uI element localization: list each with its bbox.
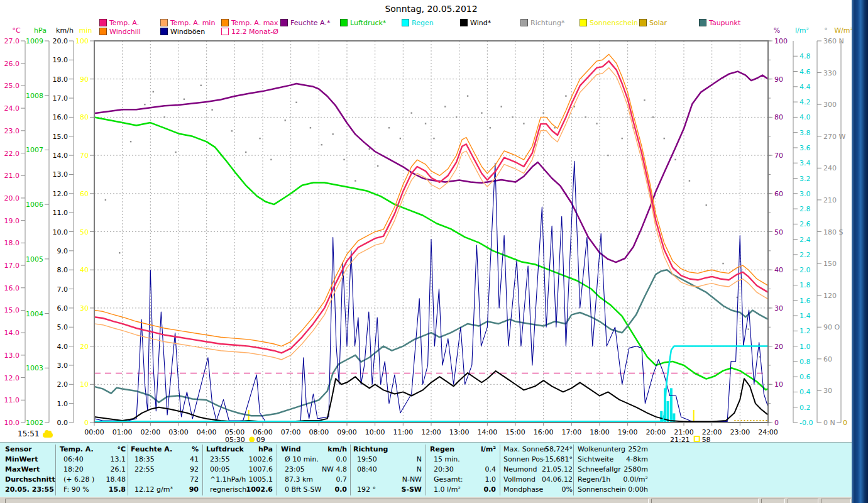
svg-text:1.8: 1.8 [799, 281, 811, 289]
svg-text:270 W: 270 W [823, 133, 845, 141]
svg-text:180 S: 180 S [823, 228, 843, 236]
weather-app-window: Sonntag, 20.05.2012 Temp. A. Temp. A. mi… [0, 0, 868, 503]
svg-text:0 N: 0 N [823, 419, 835, 427]
svg-text:18.0: 18.0 [4, 239, 20, 247]
svg-text:70: 70 [80, 152, 89, 160]
svg-text:2.8: 2.8 [799, 205, 811, 213]
cell-rain-3-b: 0.0 [430, 485, 496, 494]
svg-text:16:00: 16:00 [534, 428, 554, 436]
svg-text:02:00: 02:00 [140, 428, 160, 436]
svg-text:3.0: 3.0 [799, 190, 811, 198]
cell-direction-2-b: N-NW [353, 475, 422, 484]
svg-text:120: 120 [823, 292, 837, 300]
axis-solar: 0W/m² [834, 26, 853, 427]
svg-text:°: ° [824, 26, 828, 35]
svg-text:12.0: 12.0 [4, 374, 20, 382]
svg-text:18:00: 18:00 [590, 428, 610, 436]
svg-text:10.0: 10.0 [53, 228, 69, 236]
svg-text:10: 10 [80, 380, 89, 389]
col-unit-humidity: % [131, 445, 199, 454]
svg-text:8.0: 8.0 [57, 266, 69, 274]
svg-text:%: % [774, 26, 780, 35]
cell-wind-2-b: 0.7 [281, 475, 347, 484]
status-bar [0, 497, 852, 503]
svg-text:09:00: 09:00 [337, 428, 357, 436]
svg-text:0.0: 0.0 [57, 419, 69, 427]
svg-text:07:00: 07:00 [281, 428, 301, 436]
svg-text:10.0: 10.0 [4, 419, 20, 427]
row-label-1: MinWert [5, 455, 38, 464]
svg-text:2.0: 2.0 [799, 266, 811, 274]
axis-rain: 4.84.64.44.24.03.83.63.43.23.02.82.62.42… [793, 26, 813, 427]
svg-text:90: 90 [80, 75, 89, 84]
table-separator [128, 445, 128, 495]
svg-text:4.8: 4.8 [799, 52, 811, 60]
svg-text:4.4: 4.4 [799, 83, 811, 91]
table-separator [55, 445, 56, 495]
svg-text:1.0: 1.0 [57, 400, 69, 408]
svg-text:100: 100 [774, 37, 788, 45]
cell-direction-3-b: S-SW [353, 485, 422, 494]
svg-text:40: 40 [774, 266, 783, 274]
svg-text:15:00: 15:00 [505, 428, 525, 436]
svg-text:0: 0 [774, 419, 779, 427]
svg-text:0.6: 0.6 [799, 373, 811, 381]
svg-text:1005: 1005 [26, 255, 43, 263]
cell-direction-0-b: N [353, 455, 422, 464]
svg-text:30: 30 [80, 304, 89, 312]
info-conditions-4-val: 0:00h [578, 485, 648, 494]
svg-text:7.0: 7.0 [57, 285, 69, 294]
info-conditions-3-val: 0.0l/m² [578, 475, 648, 484]
svg-text:0.4: 0.4 [799, 388, 811, 396]
stats-table: SensorMinWertMaxWertDurchschnitt20.05. 2… [0, 442, 852, 497]
sun-set-icon [695, 436, 700, 441]
svg-text:4.0: 4.0 [799, 113, 811, 121]
weather-chart: 27.026.025.024.023.022.021.020.019.018.0… [0, 0, 868, 443]
svg-text:26.0: 26.0 [4, 60, 20, 68]
cell-rain-2-b: 1.0 [430, 475, 496, 484]
svg-text:30: 30 [774, 304, 783, 312]
svg-text:1.0: 1.0 [799, 343, 811, 351]
svg-text:24:00: 24:00 [758, 428, 778, 436]
cell-pressure-3-b: 1002.6 [206, 485, 273, 494]
svg-text:20: 20 [80, 343, 89, 351]
svg-text:03:00: 03:00 [168, 428, 189, 436]
svg-text:0.8: 0.8 [799, 358, 811, 366]
svg-text:17.0: 17.0 [53, 94, 69, 102]
svg-text:25.0: 25.0 [4, 82, 20, 90]
svg-text:4.6: 4.6 [799, 68, 811, 76]
cell-temp-1-b: 26.1 [60, 465, 126, 474]
svg-text:11.0: 11.0 [53, 209, 69, 217]
svg-text:9.0: 9.0 [57, 247, 69, 255]
svg-text:90 O: 90 O [823, 323, 840, 331]
svg-text:l/m²: l/m² [795, 26, 809, 35]
svg-text:04:00: 04:00 [197, 428, 217, 436]
cell-rain-1-b: 0.4 [430, 465, 496, 474]
svg-text:24.0: 24.0 [4, 104, 20, 113]
svg-text:1002: 1002 [26, 419, 43, 427]
table-separator [500, 445, 500, 495]
table-separator [573, 445, 574, 495]
cell-pressure-1-b: 1007.6 [206, 465, 273, 474]
svg-text:60: 60 [80, 190, 89, 198]
table-separator [350, 445, 351, 495]
svg-text:20: 20 [774, 343, 783, 351]
svg-text:80: 80 [774, 113, 783, 121]
svg-text:13:00: 13:00 [449, 428, 470, 436]
moon-time-row: 15:51 [18, 429, 53, 438]
svg-text:1.4: 1.4 [799, 312, 811, 320]
status-panel-3 [788, 499, 818, 503]
svg-text:min: min [79, 26, 92, 35]
svg-text:2.0: 2.0 [57, 380, 69, 389]
status-panel-4 [821, 499, 851, 503]
info-conditions-2-val: 2580m [578, 465, 648, 474]
svg-text:10: 10 [774, 380, 783, 389]
svg-text:11.0: 11.0 [4, 396, 20, 404]
cell-pressure-2-b: 1005.1 [206, 475, 273, 484]
svg-text:hPa: hPa [34, 26, 47, 35]
svg-text:11:00: 11:00 [393, 428, 413, 436]
table-separator [202, 445, 203, 495]
svg-text:14.0: 14.0 [4, 329, 20, 337]
svg-text:10:00: 10:00 [365, 428, 385, 436]
svg-text:100: 100 [75, 37, 89, 45]
